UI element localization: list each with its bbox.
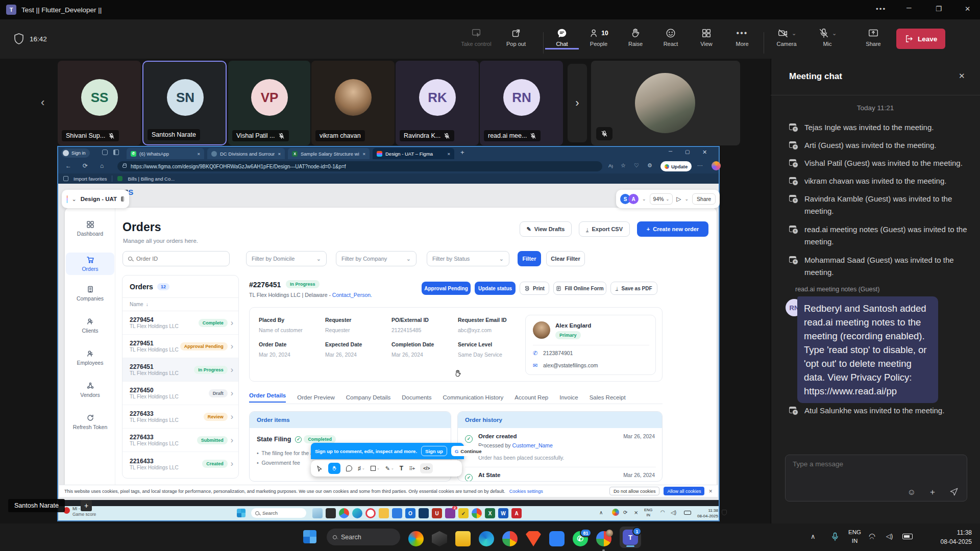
excel-icon[interactable]: X: [485, 508, 495, 518]
zoom-plus-button[interactable]: +: [81, 500, 92, 511]
browser-signin-button[interactable]: Sign in: [61, 148, 90, 158]
chevron-down-icon[interactable]: ⌄: [832, 30, 837, 37]
browser-tab[interactable]: DC Divisions and Surroundings×: [207, 148, 285, 159]
comment-tool-icon[interactable]: [346, 465, 352, 471]
mic-button[interactable]: ⌄ Mic: [811, 28, 844, 47]
tab-order-details[interactable]: Order Details: [249, 392, 286, 403]
opera-icon[interactable]: [365, 508, 376, 518]
photos-icon[interactable]: [326, 508, 336, 518]
chrome-profile-icon[interactable]: [596, 531, 611, 546]
store-icon[interactable]: [392, 508, 402, 518]
order-row-selected[interactable]: 2276451TL Flex Holdings LLC In Progress›: [122, 358, 238, 382]
pop-out-button[interactable]: Pop out: [499, 28, 533, 47]
taskbar-clock[interactable]: 11:3808-04-2025: [924, 528, 972, 546]
vertical-tabs-icon[interactable]: [113, 149, 119, 155]
file-explorer-icon[interactable]: [455, 531, 471, 546]
bookmark-item[interactable]: Bills | Billing and Co...: [128, 176, 175, 182]
chevron-down-icon[interactable]: ⌄: [792, 30, 796, 37]
contact-person-link[interactable]: Contact_Person.: [332, 292, 372, 298]
sidebar-item-clients[interactable]: Clients: [66, 317, 114, 334]
minimize-icon[interactable]: ─: [906, 4, 912, 12]
volume-icon[interactable]: ◁): [671, 510, 676, 515]
share-button[interactable]: Share: [856, 28, 890, 47]
pdf-icon[interactable]: A: [511, 508, 522, 518]
order-row[interactable]: 2216433TL Flex Holdings LLC Created›: [122, 452, 238, 475]
update-status-button[interactable]: Update status: [475, 282, 516, 295]
read-aloud-icon[interactable]: A): [608, 163, 613, 168]
tiles-scroll-right-button[interactable]: ›: [568, 64, 587, 142]
word-icon[interactable]: W: [498, 508, 508, 518]
column-header-name[interactable]: Name: [130, 302, 143, 307]
customer-name-link[interactable]: Customer_Name: [512, 442, 553, 448]
chat-close-icon[interactable]: ✕: [959, 71, 965, 81]
browser-tab-active[interactable]: Design - UAT – Figma×: [373, 148, 454, 159]
browser-profile-avatar[interactable]: [712, 161, 721, 170]
cursor-tool-icon[interactable]: [316, 465, 323, 472]
update-browser-button[interactable]: Update: [660, 161, 692, 171]
more-button[interactable]: ••• More: [725, 28, 759, 47]
export-csv-button[interactable]: ↓Export CSV: [579, 221, 630, 237]
order-row[interactable]: 2276433TL Flex Holdings LLC Submitted›: [122, 429, 238, 452]
wifi-icon[interactable]: ◠: [660, 509, 665, 515]
address-bar[interactable]: https://www.figma.com/design/9BKQ0FOHRWa…: [117, 161, 602, 171]
tray-chevron-icon[interactable]: ∧: [599, 510, 603, 515]
figma-file-pill[interactable]: ⌄ Design - UAT: [62, 190, 129, 208]
edge-icon[interactable]: [352, 508, 362, 518]
weather-icon[interactable]: [312, 508, 323, 518]
filter-company-select[interactable]: Filter by Company⌄: [336, 251, 416, 266]
zoom-select[interactable]: 94%⌄: [650, 193, 673, 205]
clear-filter-button[interactable]: Clear Filter: [546, 251, 585, 266]
tab-company-details[interactable]: Company Details: [346, 394, 391, 400]
order-id-input[interactable]: [136, 256, 213, 262]
tab-communication-history[interactable]: Communication History: [443, 394, 503, 400]
copilot-icon[interactable]: [408, 531, 424, 546]
contact-email[interactable]: alex@vstatefilings.com: [543, 362, 598, 368]
tab-close-icon[interactable]: ×: [197, 151, 200, 157]
tray-mic-muted-icon[interactable]: ⨯: [634, 510, 638, 515]
tray-sync-icon[interactable]: [612, 509, 619, 516]
shared-language-indicator[interactable]: ENGIN: [644, 508, 652, 518]
browser-essentials-icon[interactable]: ♡: [634, 162, 639, 169]
sidebar-item-companies[interactable]: Companies: [66, 285, 114, 302]
chat-button[interactable]: Chat: [545, 28, 579, 49]
browser-maximize-icon[interactable]: ▢: [685, 149, 690, 155]
order-row[interactable]: 2279454TL Flex Holdings LLC Complete›: [122, 311, 238, 335]
whatsapp-icon[interactable]: ✆81: [573, 531, 588, 546]
filter-status-select[interactable]: Filter by Status⌄: [427, 251, 509, 266]
battery-icon[interactable]: [902, 534, 913, 539]
play-icon[interactable]: ▷: [676, 195, 681, 203]
save-as-pdf-button[interactable]: ↓Save as PDF: [610, 282, 657, 295]
browser-tab[interactable]: ✆ (6) WhatsApp×: [127, 148, 204, 159]
sidebar-item-orders[interactable]: Orders: [66, 253, 114, 275]
deny-cookies-button[interactable]: Do not allow cookies: [609, 487, 660, 495]
component-tool-icon[interactable]: ⠿+: [409, 466, 414, 471]
fill-online-form-button[interactable]: Fill Online Form: [553, 282, 606, 295]
tray-mic-icon[interactable]: [830, 531, 840, 543]
wifi-icon[interactable]: ◠◠: [869, 532, 879, 541]
order-row[interactable]: 2279451TL Flex Holdings LLC Approval Pen…: [122, 335, 238, 358]
video-tile[interactable]: RN read.ai mee...: [480, 61, 563, 145]
cookies-settings-link[interactable]: Cookies settings: [509, 489, 543, 494]
chat-message-bubble[interactable]: Redberyl and Santosh added read.ai meeti…: [797, 296, 938, 403]
order-row[interactable]: 2276433TL Flex Holdings LLC Review›: [122, 405, 238, 429]
video-tile[interactable]: RK Ravindra K...: [396, 61, 479, 145]
battery-icon[interactable]: [684, 511, 691, 515]
tab-invoice[interactable]: Invoice: [559, 394, 578, 400]
camera-button[interactable]: ⌄ Camera: [770, 28, 803, 47]
outlook-icon[interactable]: O: [405, 508, 415, 518]
browser-minimize-icon[interactable]: ─: [669, 148, 672, 154]
chat-input-box[interactable]: ☺ +: [785, 455, 967, 502]
order-id-search[interactable]: [122, 251, 230, 266]
allow-cookies-button[interactable]: Allow all cookies: [664, 487, 704, 495]
chevron-down-icon[interactable]: ⌄: [642, 196, 646, 202]
file-explorer-icon[interactable]: [379, 508, 389, 518]
layout-panel-icon[interactable]: [121, 196, 124, 202]
chrome-icon[interactable]: [339, 508, 349, 518]
video-tile[interactable]: VP Vishal Patil ...: [228, 61, 310, 145]
start-icon[interactable]: [237, 509, 246, 517]
tiles-scroll-left-icon[interactable]: ‹: [41, 96, 44, 109]
figma-share-button[interactable]: Share: [692, 193, 716, 205]
sort-desc-icon[interactable]: ↓: [146, 302, 149, 307]
taskbar-search-box[interactable]: Search: [327, 529, 400, 545]
video-tile-active[interactable]: SN Santosh Narate: [142, 61, 227, 145]
